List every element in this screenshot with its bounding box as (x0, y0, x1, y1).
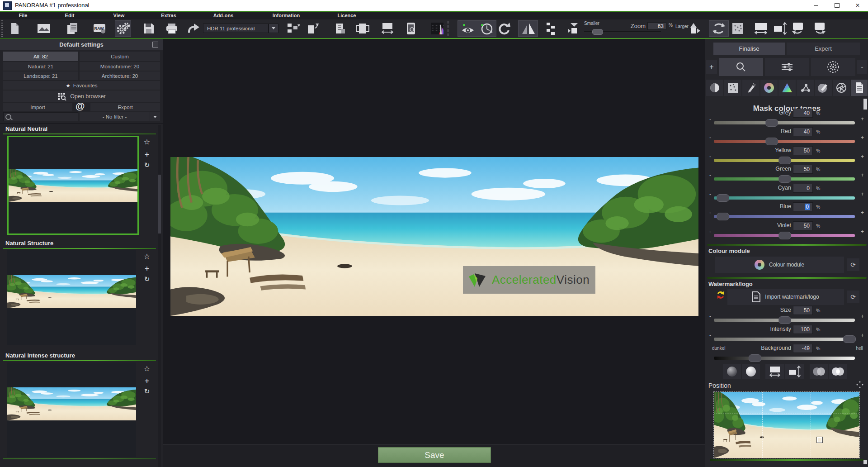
fit-view-button[interactable] (566, 20, 582, 37)
tab-finalise[interactable]: Finalise (713, 43, 785, 55)
watermark-stretch-height-button[interactable] (785, 364, 804, 379)
edit-document-button[interactable] (332, 20, 349, 37)
filter-landscape-button[interactable]: Landscape: 21 (3, 71, 78, 80)
zoom-value-input[interactable]: 63 (647, 22, 666, 30)
print-button[interactable] (164, 20, 180, 37)
filter-dropdown[interactable]: - No filter - (80, 112, 150, 121)
filter-all-button[interactable]: All: 82 (3, 52, 78, 61)
slider-decrease[interactable]: - (709, 153, 711, 160)
slider-track[interactable] (714, 196, 855, 200)
menu-licence[interactable]: Licence (326, 13, 367, 18)
slider-thumb[interactable] (717, 194, 729, 202)
new-file-button[interactable] (7, 20, 23, 37)
crop-preview-button[interactable] (354, 20, 371, 37)
filter-architecture-button[interactable]: Architecture: 20 (80, 71, 160, 80)
slider-value-input[interactable]: 50 (793, 306, 813, 315)
slider-increase[interactable]: + (861, 229, 864, 235)
menu-edit[interactable]: Edit (49, 13, 90, 18)
menu-file[interactable]: File (3, 13, 43, 18)
slider-increase[interactable]: + (861, 153, 864, 160)
slider-decrease[interactable]: - (709, 191, 711, 197)
panel-scrollbar-end[interactable] (863, 460, 867, 464)
device-preview-button[interactable] (403, 20, 419, 37)
history-time-button[interactable] (479, 22, 495, 36)
aperture-tool-icon[interactable] (833, 80, 850, 96)
preset-version-dropdown-arrow[interactable] (269, 24, 278, 33)
develop-settings-button[interactable] (115, 20, 131, 37)
panel-scrollbar-thumb[interactable] (863, 99, 867, 110)
watermark-stretch-width-button[interactable] (765, 364, 784, 379)
mask-brush-tool-icon[interactable] (815, 80, 832, 96)
slider-increase[interactable]: + (861, 313, 864, 319)
rgb-triangle-tool-icon[interactable] (778, 80, 796, 96)
close-button[interactable]: ✕ (847, 0, 868, 11)
slider-thumb[interactable] (749, 354, 761, 362)
slider-thumb[interactable] (778, 316, 791, 324)
process-export-button[interactable] (305, 20, 321, 37)
colour-module-button[interactable]: Colour module (715, 257, 844, 273)
slider-value-input[interactable]: 0 (793, 202, 813, 211)
export-button[interactable]: Export (90, 103, 160, 111)
slider-decrease[interactable]: - (709, 116, 711, 122)
slider-value-input[interactable]: -49 (793, 344, 813, 353)
search-tool-button[interactable] (719, 58, 763, 76)
preset-list-scrollbar-thumb[interactable] (158, 175, 161, 234)
preset-refresh-icon[interactable]: ↻ (142, 161, 152, 169)
batch-workflow-button[interactable] (285, 20, 302, 37)
preset-thumbnail-natural-intense-structure[interactable] (7, 362, 136, 457)
resize-height-button[interactable] (772, 20, 788, 37)
raw-import-button[interactable]: RAW (91, 20, 108, 37)
watermark-blend-dark-button[interactable] (810, 364, 828, 379)
preset-favourite-star-icon[interactable]: ☆ (142, 252, 152, 261)
menu-extras[interactable]: Extras (148, 13, 189, 18)
position-preview[interactable] (714, 392, 859, 458)
slider-track[interactable] (714, 357, 855, 360)
panel-pin-icon[interactable] (152, 42, 158, 48)
nodes-tool-icon[interactable] (797, 80, 814, 96)
position-move-icon[interactable] (856, 381, 863, 388)
slider-track[interactable] (714, 177, 855, 181)
slider-increase[interactable]: + (861, 172, 864, 178)
slider-value-input[interactable]: 40 (793, 109, 813, 118)
flip-mirror-button[interactable] (518, 20, 538, 37)
watermark-light-sphere-button[interactable] (742, 364, 760, 379)
slider-decrease[interactable]: - (709, 134, 711, 141)
slider-decrease[interactable]: - (709, 210, 711, 216)
selection-area-button[interactable] (730, 20, 746, 37)
maximize-button[interactable] (826, 0, 847, 11)
slider-track[interactable] (714, 121, 855, 124)
resize-width-button[interactable] (753, 20, 769, 37)
slider-thumb[interactable] (717, 213, 729, 220)
menu-addons[interactable]: Add-ons (203, 13, 244, 18)
colour-module-apply-icon[interactable]: ⟳ (847, 258, 859, 271)
slider-track[interactable] (714, 319, 855, 322)
at-sign-icon[interactable]: @ (75, 100, 85, 111)
preset-document-tool-icon[interactable] (851, 80, 868, 96)
fit-image-button[interactable] (687, 20, 703, 37)
slider-value-input[interactable]: 50 (793, 165, 813, 174)
slider-decrease[interactable]: - (709, 313, 711, 319)
slider-thumb[interactable] (778, 232, 791, 239)
slider-increase[interactable]: + (861, 191, 864, 197)
slider-decrease[interactable]: - (709, 172, 711, 178)
preset-add-icon[interactable]: + (142, 376, 152, 386)
toolbar-drag-handle[interactable] (1, 20, 3, 38)
filter-custom-button[interactable]: Custom (80, 52, 160, 61)
slider-value-input[interactable]: 40 (793, 127, 813, 136)
import-watermark-button[interactable]: Import watermark/logo (727, 289, 844, 305)
preset-add-icon[interactable]: + (142, 150, 152, 160)
compare-pattern-button[interactable] (542, 20, 559, 37)
watermark-dark-sphere-button[interactable] (723, 364, 741, 379)
minimize-button[interactable] (806, 0, 826, 11)
slider-increase[interactable]: + (861, 210, 864, 216)
settings-gear-button[interactable] (811, 58, 855, 76)
slider-track[interactable] (714, 140, 855, 143)
preset-favourite-star-icon[interactable]: ☆ (142, 364, 152, 373)
slider-value-input[interactable]: 0 (793, 184, 813, 193)
add-module-button[interactable]: + (706, 60, 717, 74)
adjustments-button[interactable] (765, 58, 809, 76)
watermark-position-marker[interactable] (817, 437, 822, 443)
slider-track[interactable] (714, 234, 855, 237)
import-button[interactable]: Import (3, 103, 72, 111)
panorama-image[interactable] (170, 157, 698, 316)
